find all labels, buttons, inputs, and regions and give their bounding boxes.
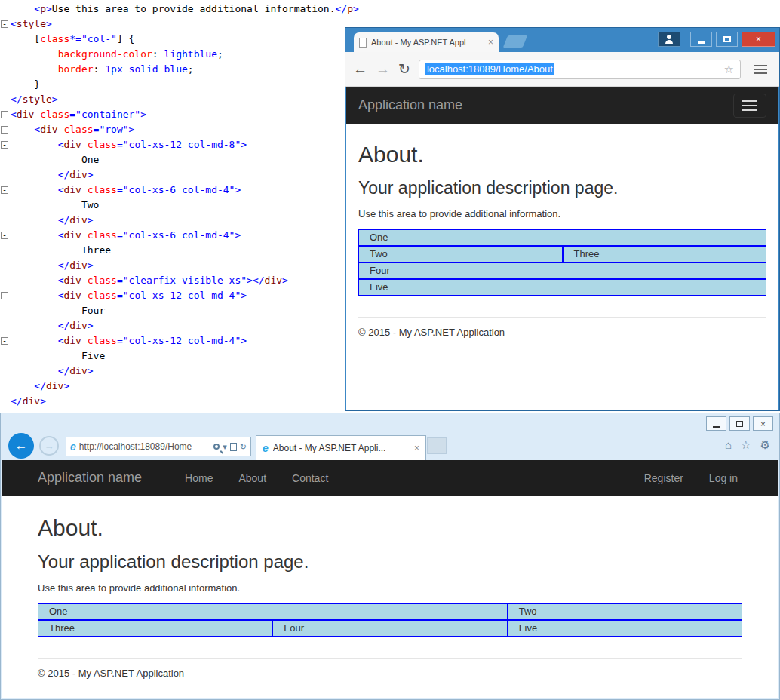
code-text: <div class="row"> — [11, 122, 134, 137]
forward-button[interactable]: → — [376, 61, 390, 78]
refresh-icon[interactable]: ↻ — [240, 442, 247, 452]
maximize-button[interactable] — [716, 32, 738, 47]
nav-link-register[interactable]: Register — [644, 472, 683, 484]
maximize-icon — [736, 421, 743, 427]
settings-gear-icon[interactable]: ⚙ — [760, 438, 770, 452]
grid-cell-one: One — [358, 229, 766, 246]
code-text: </style> — [11, 92, 58, 107]
fold-toggle[interactable]: - — [0, 17, 11, 32]
gutter — [0, 198, 11, 213]
fold-collapse-icon[interactable]: - — [1, 186, 8, 194]
code-line: } — [0, 77, 345, 92]
chrome-menu-button[interactable] — [749, 60, 772, 79]
minimize-button[interactable] — [706, 416, 726, 431]
fold-toggle[interactable]: - — [0, 107, 11, 122]
forward-arrow-icon: → — [45, 441, 54, 452]
new-tab-button[interactable] — [503, 35, 527, 48]
back-button[interactable]: ← — [353, 61, 367, 78]
minimize-button[interactable] — [690, 32, 712, 47]
grid-cell-three: Three — [38, 620, 272, 637]
ie-tab[interactable]: e About - My ASP.NET Appli... × — [256, 435, 426, 460]
page-description: Use this area to provide additional info… — [38, 582, 742, 594]
refresh-button[interactable]: ↻ — [398, 60, 410, 78]
compatibility-icon[interactable] — [230, 443, 237, 451]
footer-copyright: © 2015 - My ASP.NET Application — [358, 327, 766, 338]
fold-collapse-icon[interactable]: - — [1, 337, 8, 345]
address-bar[interactable]: localhost:18089/Home/About ☆ — [419, 60, 741, 79]
code-line: Two — [0, 198, 345, 213]
code-line: <p>Use this area to provide additional i… — [0, 2, 345, 17]
hamburger-icon — [742, 105, 757, 106]
chrome-tab[interactable]: About - My ASP.NET Appl × — [354, 32, 499, 52]
bookmark-star-icon[interactable]: ☆ — [724, 63, 734, 76]
forward-button[interactable]: → — [39, 436, 59, 456]
tab-close-icon[interactable]: × — [488, 37, 493, 48]
nav-link-home[interactable]: Home — [172, 472, 226, 484]
navbar-toggle-button[interactable] — [733, 94, 766, 118]
chrome-toolbar: ← → ↻ localhost:18089/Home/About ☆ — [345, 52, 779, 87]
fold-toggle[interactable]: - — [0, 333, 11, 348]
fold-collapse-icon[interactable]: - — [1, 20, 8, 28]
fold-collapse-icon[interactable]: - — [1, 141, 8, 149]
fold-collapse-icon[interactable]: - — [1, 126, 8, 134]
bootstrap-grid: OneTwoThreeFourFive — [38, 603, 742, 637]
code-line: </div> — [0, 364, 345, 379]
code-line: border: 1px solid blue; — [0, 62, 345, 77]
page-body: About. Your application description page… — [346, 142, 778, 338]
code-line: -<style> — [0, 17, 345, 32]
autocomplete-caret-icon[interactable]: ▾ — [223, 442, 227, 452]
hamburger-icon — [754, 65, 767, 74]
gutter — [0, 62, 11, 77]
grid-cell-three: Three — [563, 246, 767, 262]
code-line: <div class="clearfix visible-xs"></div> — [0, 273, 345, 288]
fold-toggle[interactable]: - — [0, 228, 11, 243]
fold-toggle[interactable]: - — [0, 122, 11, 137]
gutter — [0, 364, 11, 379]
favorites-star-icon[interactable]: ☆ — [741, 438, 751, 452]
ie-titlebar[interactable]: × — [1, 413, 779, 433]
brand-link[interactable]: Application name — [38, 470, 142, 486]
nav-link-about[interactable]: About — [226, 472, 279, 484]
url-text[interactable]: localhost:18089/Home/About — [425, 63, 554, 75]
page-body: About. Your application description page… — [2, 515, 778, 679]
profile-button[interactable] — [658, 32, 680, 47]
gutter — [0, 379, 11, 394]
gutter — [0, 167, 11, 183]
grid-cell-five: Five — [358, 279, 766, 296]
maximize-button[interactable] — [729, 416, 750, 431]
close-button[interactable]: × — [742, 32, 775, 47]
grid-cell-one: One — [38, 603, 508, 620]
gutter — [0, 213, 11, 228]
fold-collapse-icon[interactable]: - — [1, 111, 8, 118]
fold-collapse-icon[interactable]: - — [1, 292, 8, 299]
fold-toggle[interactable]: - — [0, 137, 11, 152]
code-line: </div> — [0, 213, 345, 228]
gutter — [0, 394, 11, 409]
back-button[interactable]: ← — [8, 433, 34, 459]
fold-collapse-icon[interactable]: - — [1, 232, 8, 239]
grid-row: ThreeFourFive — [38, 620, 742, 637]
chrome-titlebar[interactable]: About - My ASP.NET Appl × × — [345, 28, 779, 52]
nav-link-contact[interactable]: Contact — [279, 472, 341, 484]
url-text[interactable]: http://localhost:18089/Home — [79, 441, 210, 452]
chrome-page: Application name About. Your application… — [346, 87, 778, 410]
screenshot-root: <p>Use this area to provide additional i… — [0, 0, 780, 700]
code-text: <div class="clearfix visible-xs"></div> — [11, 273, 288, 288]
new-tab-button[interactable] — [427, 438, 447, 454]
ie-window: × ← → e http://localhost:18089/Home ▾ ↻ … — [0, 413, 780, 700]
fold-toggle[interactable]: - — [0, 183, 11, 198]
code-text: </div> — [11, 379, 69, 394]
editor-horizontal-rule — [0, 235, 345, 235]
search-icon[interactable] — [213, 444, 220, 450]
home-icon[interactable]: ⌂ — [725, 438, 732, 452]
ie-navigation-bar: ← → e http://localhost:18089/Home ▾ ↻ e … — [1, 433, 779, 460]
bootstrap-grid: OneTwoThreeFourFive — [358, 229, 766, 296]
nav-link-log-in[interactable]: Log in — [709, 472, 738, 484]
grid-row: TwoThree — [358, 246, 766, 262]
fold-toggle[interactable]: - — [0, 288, 11, 303]
tab-close-icon[interactable]: × — [414, 443, 419, 453]
brand-link[interactable]: Application name — [358, 97, 462, 113]
close-button[interactable]: × — [753, 416, 773, 431]
address-bar[interactable]: e http://localhost:18089/Home ▾ ↻ — [66, 437, 251, 456]
code-editor[interactable]: <p>Use this area to provide additional i… — [0, 0, 345, 411]
